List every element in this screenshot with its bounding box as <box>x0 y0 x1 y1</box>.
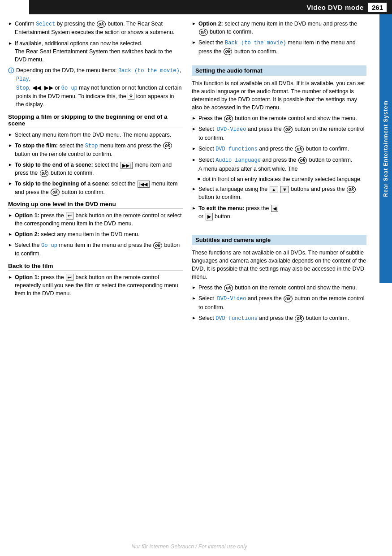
bullet-select-language: ► Select a language using the ▲ ▼ button… <box>192 185 366 201</box>
info-block: ⓘ Depending on the DVD, the menu items: … <box>8 66 183 109</box>
sidebar-tab-label: Rear Seat Entertainment System <box>383 100 389 197</box>
ok-btn-goup: ok <box>153 242 162 249</box>
moving-opt1-label: Option 1: <box>15 212 39 219</box>
audio-format-section-bar: Setting the audio format <box>192 65 366 76</box>
bullet-select-menu: ► Select any menu item from the DVD menu… <box>8 131 183 139</box>
mono-back: Back (to the movie) <box>118 68 180 74</box>
header-bar: Video DVD mode 261 <box>29 0 392 14</box>
ok-btn-dvd-video-sub: ok <box>284 295 293 302</box>
mono-play: Play <box>16 76 29 82</box>
mono-dvd-functions-audio: DVD functions <box>215 146 258 152</box>
bullet-arrow: ► <box>8 231 13 237</box>
up-btn: ▲ <box>270 186 278 193</box>
bullet-dvd-functions-audio: ► Select DVD functions and press the ok … <box>192 145 366 153</box>
ok-btn-back-opt2: ok <box>199 29 208 36</box>
ok-btn-dvd-functions-audio: ok <box>295 146 304 153</box>
back-btn-icon: ↩ <box>66 212 73 219</box>
bullet-arrow: ► <box>192 205 196 211</box>
bullet-back-opt2-text: Option 2: select any menu item in the DV… <box>198 20 366 36</box>
bullet-back-opt1-text: Option 1: press the ↩ back button on the… <box>15 273 183 297</box>
bullet-skip-end-text: To skip to the end of a scene: select th… <box>15 161 183 177</box>
bullet-arrow: ► <box>8 242 13 248</box>
bullet-arrow: ► <box>8 132 13 138</box>
exit-menu-label: To exit the menu: <box>198 205 245 211</box>
bullet-dvd-video-audio-text: Select DVD-Video and press the ok button… <box>198 125 366 142</box>
down-btn: ▼ <box>280 186 289 193</box>
back-opt1-label: Option 1: <box>15 274 39 280</box>
bullet-confirm-select-text: Confirm Select by pressing the ok button… <box>15 20 183 37</box>
bullet-arrow: ► <box>192 157 196 163</box>
stopping-section-heading: Stopping a film or skipping to the begin… <box>8 113 183 128</box>
page-number: 261 <box>368 3 387 12</box>
main-content: ► Confirm Select by pressing the ok butt… <box>0 16 379 329</box>
bullet-stop-film-text: To stop the film: select the Stop menu i… <box>15 142 183 159</box>
bullet-back-to-movie-text: Select the Back (to the movie) menu item… <box>198 39 366 56</box>
bullet-dvd-functions-sub: ► Select DVD functions and press the ok … <box>192 314 366 323</box>
bullet-moving-opt2: ► Option 2: select any menu item in the … <box>8 230 183 238</box>
mono-stop2: Stop <box>85 143 98 149</box>
bullet-dvd-video-sub-text: Select DVD-Video and press the ok button… <box>198 294 366 311</box>
left-btn: ◀ <box>271 205 278 212</box>
bullet-back-opt1: ► Option 1: press the ↩ back button on t… <box>8 273 183 297</box>
ok-btn-dvd-functions-sub: ok <box>295 315 304 322</box>
left-column: ► Confirm Select by pressing the ok butt… <box>8 20 183 325</box>
mono-back-movie: Back (to the movie) <box>225 40 286 46</box>
two-column-layout: ► Confirm Select by pressing the ok butt… <box>8 20 370 325</box>
bullet-back-opt2: ► Option 2: select any menu item in the … <box>192 20 366 36</box>
no-function-icon: ⚴ <box>128 93 134 100</box>
bullet-audio-language-text: Select Audio language and press the ok b… <box>198 156 352 173</box>
subtitles-intro: These functions are not available on all… <box>192 249 366 281</box>
mono-select: Select <box>36 21 55 27</box>
bullet-press-ok-audio-text: Press the ok button on the remote contro… <box>198 114 357 122</box>
bullet-skip-begin: ► To skip to the beginning of a scene: s… <box>8 180 183 196</box>
bullet-dvd-video-audio: ► Select DVD-Video and press the ok butt… <box>192 125 366 142</box>
bullet-dvd-video-sub: ► Select DVD-Video and press the ok butt… <box>192 294 366 311</box>
bullet-audio-language: ► Select Audio language and press the ok… <box>192 156 366 173</box>
bullet-arrow: ► <box>8 212 13 219</box>
bullet-arrow: ► <box>192 39 196 46</box>
bullet-arrow: ► <box>192 21 196 27</box>
ok-btn-stop: ok <box>163 142 172 149</box>
bullet-exit-menu-text: To exit the menu: press the ◀ or ▶ butto… <box>198 204 279 220</box>
bullet-arrow: ► <box>8 40 13 47</box>
dot-symbol: ● <box>197 176 200 182</box>
skip-back-icon: ◀◀ <box>32 84 41 91</box>
ok-button-icon: ok <box>97 21 106 28</box>
skip-fwd-btn: ▶▶| <box>121 162 133 169</box>
mono-goup2: Go up <box>41 242 57 249</box>
bullet-arrow: ► <box>192 126 196 132</box>
bullet-arrow: ► <box>8 181 13 187</box>
skip-begin-label: To skip to the beginning of a scene: <box>15 181 110 187</box>
subtitles-section-bar: Subtitles and camera angle <box>192 235 366 245</box>
bullet-additional-options: ► If available, additional options can n… <box>8 39 183 64</box>
ok-btn-skip-end: ok <box>40 170 49 177</box>
mono-dvd-functions-sub: DVD functions <box>215 315 258 322</box>
bullet-arrow: ► <box>192 295 196 302</box>
mono-goup: Go up <box>61 85 78 91</box>
mono-audio-language: Audio language <box>215 157 261 164</box>
mono-dvd-video-audio: DVD-Video <box>217 126 246 133</box>
back-opt2-label: Option 2: <box>198 21 223 27</box>
bullet-select-language-text: Select a language using the ▲ ▼ buttons … <box>198 185 366 201</box>
ok-btn-back-movie: ok <box>224 48 233 55</box>
right-column: ► Option 2: select any menu item in the … <box>192 20 366 325</box>
moving-opt2-label: Option 2: <box>15 231 39 237</box>
bullet-goup-text: Select the Go up menu item in the menu a… <box>15 241 183 258</box>
mono-stop: Stop <box>16 85 29 91</box>
audio-format-intro: This function is not available on all DV… <box>192 79 366 112</box>
moving-section-heading: Moving up one level in the DVD menu <box>8 201 183 209</box>
ok-btn-sub: ok <box>224 284 233 292</box>
bullet-arrow: ► <box>8 21 13 27</box>
bullet-arrow: ► <box>192 115 196 121</box>
ok-btn-skip-begin: ok <box>51 189 60 196</box>
back-film-section-heading: Back to the film <box>8 263 183 271</box>
footer-watermark: Nur für internen Gebrauch / For internal… <box>0 543 379 550</box>
ok-btn-audio-lang: ok <box>298 157 307 164</box>
bullet-arrow: ► <box>192 284 196 291</box>
ok-btn-lang: ok <box>347 186 356 193</box>
bullet-goup: ► Select the Go up menu item in the menu… <box>8 241 183 258</box>
dot-text: dot in front of an entry indicates the c… <box>202 176 362 184</box>
skip-back-btn: |◀◀ <box>138 181 150 188</box>
bullet-arrow: ► <box>192 146 196 152</box>
bullet-press-ok-audio: ► Press the ok button on the remote cont… <box>192 114 366 122</box>
